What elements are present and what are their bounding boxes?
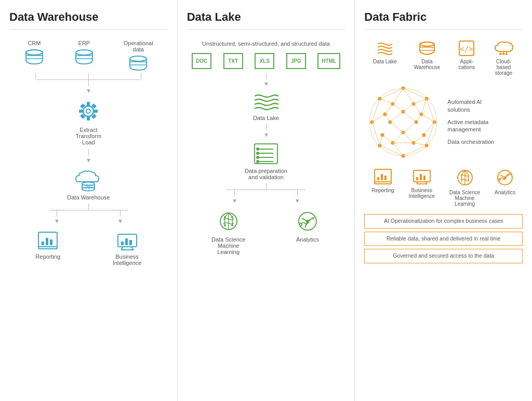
- dsml-icon-dl: [216, 210, 242, 234]
- prep-icon: [252, 142, 280, 166]
- svg-line-116: [414, 135, 424, 143]
- svg-rect-12: [87, 102, 90, 106]
- svg-rect-131: [384, 176, 387, 180]
- source-operational: Operationaldata: [124, 40, 153, 73]
- df-lake-icon: [376, 40, 394, 57]
- svg-rect-130: [381, 174, 383, 180]
- df-source-datalake: Data Lake: [373, 40, 397, 76]
- benefit-3: Governed and secured access to the data: [364, 249, 523, 263]
- reporting-label-dw: Reporting: [35, 253, 60, 260]
- gear-icon: [75, 98, 102, 125]
- svg-line-119: [390, 112, 403, 122]
- df-warehouse-icon: [418, 40, 436, 57]
- df-benefits: AI Operationalization for complex busine…: [364, 214, 523, 263]
- svg-point-47: [256, 160, 259, 163]
- df-top-sources: Data Lake DataWarehouse </> Appli-cation…: [364, 40, 523, 76]
- svg-text:</>: </>: [460, 45, 473, 53]
- dl-branch-v-lines: ▾ ▾: [203, 190, 329, 205]
- format-html: HTML: [317, 53, 340, 69]
- df-middle: Automated AIsolutions Active metadataman…: [364, 83, 523, 161]
- arrow-to-lake: ▾: [187, 79, 345, 88]
- df-source-apps: </> Appli-cations: [457, 40, 476, 76]
- source-erp-label: ERP: [78, 40, 90, 46]
- df-source-cloud-label: Cloud-basedstorage: [495, 59, 512, 76]
- bi-label-df: BusinessIntelligence: [408, 188, 435, 199]
- svg-line-96: [421, 99, 427, 114]
- df-features: Automated AIsolutions Active metadataman…: [447, 98, 494, 145]
- dl-output-dsml: Data ScienceMachineLearning: [211, 210, 245, 255]
- dl-outputs: Data ScienceMachineLearning Analytics: [187, 210, 345, 255]
- svg-rect-136: [416, 177, 418, 180]
- svg-rect-31: [50, 239, 52, 245]
- svg-line-101: [403, 145, 427, 156]
- analytics-label-dl: Analytics: [296, 236, 319, 243]
- reporting-label-df: Reporting: [371, 188, 394, 193]
- db-icon-erp: [74, 48, 95, 67]
- dw-label: Data Warehouse: [67, 194, 110, 200]
- db-icon-crm: [24, 48, 45, 67]
- svg-rect-129: [377, 177, 379, 180]
- dw-outputs: Reporting BusinessIntelligence: [9, 230, 168, 266]
- arrow-analytics: ▾: [296, 196, 299, 205]
- svg-line-121: [390, 122, 403, 132]
- svg-line-109: [380, 99, 393, 104]
- dw-output-bi: BusinessIntelligence: [113, 230, 142, 266]
- svg-line-113: [393, 104, 403, 112]
- format-xls: XLS: [255, 53, 274, 69]
- df-cloud-icon: [493, 40, 514, 57]
- df-source-warehouse-label: DataWarehouse: [414, 59, 441, 70]
- df-source-datalake-label: Data Lake: [373, 59, 397, 64]
- col3-title: Data Fabric: [364, 10, 523, 30]
- dw-source-items: CRM ERP: [9, 40, 168, 73]
- svg-line-117: [382, 135, 393, 143]
- dsml-label-df: Data ScienceMachineLearning: [449, 190, 480, 207]
- v-line-dw-branch: [88, 204, 89, 210]
- svg-line-110: [414, 104, 421, 114]
- svg-point-10: [83, 106, 94, 116]
- svg-line-123: [393, 132, 403, 143]
- svg-line-103: [380, 145, 403, 156]
- column-data-warehouse: Data Warehouse CRM ERP: [0, 0, 178, 401]
- lake-label: Data Lake: [253, 115, 279, 121]
- svg-rect-30: [46, 238, 48, 245]
- v-line-formats-lake: [266, 73, 267, 79]
- df-output-dsml: Data ScienceMachineLearning: [449, 168, 480, 207]
- column-data-lake: Data Lake Unstructured, semi-structured,…: [178, 0, 355, 401]
- branch-v-lines: ▾ ▾: [25, 210, 152, 225]
- svg-point-45: [256, 156, 259, 159]
- svg-point-53: [231, 224, 233, 226]
- svg-point-4: [76, 50, 92, 55]
- svg-point-41: [256, 148, 259, 151]
- df-feature-ai: Automated AIsolutions: [447, 98, 494, 113]
- etl-label: ExtractTransformLoad: [75, 127, 101, 145]
- svg-rect-38: [129, 240, 132, 245]
- analytics-label-df: Analytics: [495, 190, 515, 195]
- src-merge-v: [88, 80, 89, 86]
- df-output-bi: BusinessIntelligence: [408, 168, 435, 207]
- df-source-warehouse: DataWarehouse: [414, 40, 441, 76]
- format-doc: DOC: [192, 53, 211, 69]
- benefit-1: AI Operationalization for complex busine…: [364, 214, 523, 229]
- svg-point-51: [231, 216, 233, 218]
- dw-warehouse-step: Data Warehouse: [9, 167, 168, 200]
- arrow-reporting: ▾: [55, 217, 59, 225]
- db-icon-operational: [128, 55, 149, 73]
- svg-rect-14: [79, 110, 83, 113]
- dl-prep-step: Data preparationand validation: [187, 142, 345, 180]
- dsml-label-dl: Data ScienceMachineLearning: [211, 236, 245, 255]
- svg-line-104: [393, 143, 403, 156]
- benefit-2: Reliable data, shared and delivered in r…: [364, 232, 523, 246]
- df-feature-orchestration: Data orchestration: [447, 138, 494, 145]
- svg-point-43: [256, 152, 259, 155]
- svg-rect-36: [121, 242, 124, 245]
- svg-line-122: [403, 132, 414, 143]
- svg-line-118: [403, 112, 416, 122]
- df-apps-icon: </>: [457, 40, 476, 57]
- svg-point-57: [420, 42, 434, 46]
- col2-title: Data Lake: [187, 10, 345, 30]
- svg-line-120: [403, 122, 416, 132]
- dw-output-reporting: Reporting: [35, 230, 60, 266]
- src-v-lines: [9, 73, 168, 79]
- df-output-analytics: Analytics: [495, 168, 515, 207]
- dl-subtitle: Unstructured, semi-structured, and struc…: [187, 40, 345, 48]
